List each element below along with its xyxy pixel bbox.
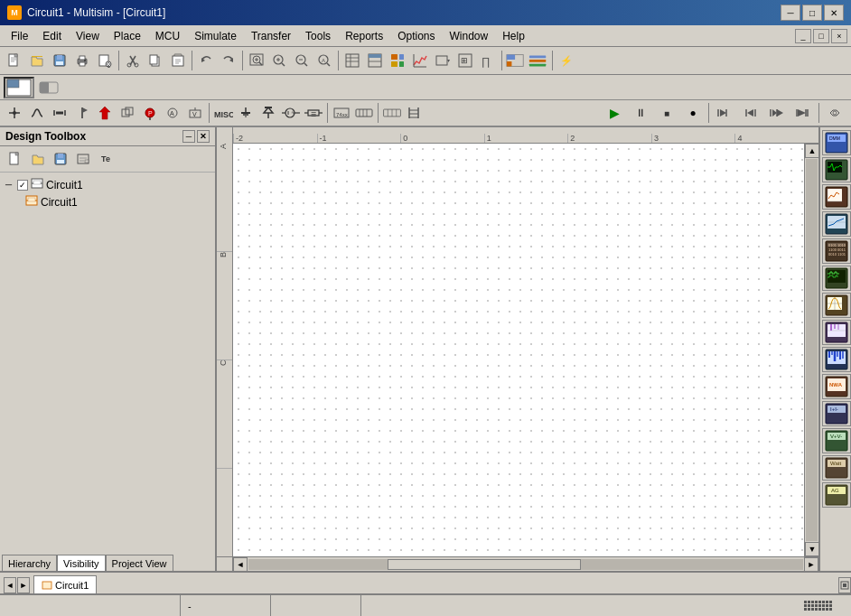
tree-checkbox[interactable]: ✓ — [17, 180, 28, 191]
toolbox-rename-btn[interactable] — [73, 149, 93, 169]
cut-button[interactable] — [122, 50, 144, 71]
sim-play-button[interactable]: ▶ — [602, 102, 627, 124]
zoom-fit-button[interactable]: A — [313, 50, 335, 71]
minimize-button[interactable]: ─ — [781, 5, 800, 21]
tree-child-item[interactable]: Circuit1 — [23, 193, 211, 210]
toggle-btn2[interactable] — [36, 77, 61, 98]
sim-end-button[interactable] — [790, 102, 816, 124]
sim-pause-button[interactable]: ⏸ — [628, 102, 653, 124]
tab-visibility[interactable]: Visibility — [57, 555, 106, 571]
place-ammeter[interactable]: A — [162, 102, 183, 124]
menu-view[interactable]: View — [69, 25, 107, 46]
v-scroll-up-btn[interactable]: ▲ — [805, 144, 818, 158]
report-button[interactable] — [409, 50, 431, 71]
place-junction[interactable] — [4, 102, 25, 124]
ann-btn[interactable]: ⚡ — [556, 50, 577, 71]
zoom-out-button[interactable] — [291, 50, 313, 71]
tab-project-view[interactable]: Project View — [106, 555, 173, 571]
place-power[interactable] — [94, 102, 116, 124]
copy-button[interactable] — [145, 50, 166, 71]
instrument-network-analyzer[interactable]: NWA — [822, 374, 851, 399]
h-scroll-right-btn[interactable]: ► — [804, 557, 818, 572]
place-bus[interactable] — [49, 102, 70, 124]
v-scrollbar[interactable]: ▲ ▼ — [804, 144, 818, 556]
place-connector[interactable] — [353, 102, 375, 124]
new-button[interactable] — [4, 50, 25, 71]
menu-reports[interactable]: Reports — [338, 25, 390, 46]
toolbox-open-btn[interactable] — [28, 149, 48, 169]
tab-hierarchy[interactable]: Hierarchy — [2, 555, 57, 571]
instrument-multimeter[interactable]: DMM — [822, 130, 851, 155]
desc-btn[interactable]: ∏ — [477, 50, 499, 71]
menu-mcu[interactable]: MCU — [148, 25, 187, 46]
place-misc[interactable]: MISC — [212, 102, 234, 124]
toolbox-close-btn[interactable]: ✕ — [197, 130, 210, 143]
mdi-restore[interactable]: □ — [813, 29, 829, 43]
place-switch[interactable]: ☰ — [303, 102, 324, 124]
tree-root-item[interactable]: ─ ✓ Circuit1 — [4, 176, 211, 193]
close-button[interactable]: ✕ — [824, 5, 844, 21]
menu-help[interactable]: Help — [495, 25, 532, 46]
zoom-area-button[interactable] — [246, 50, 267, 71]
component-view-toggle[interactable] — [4, 77, 34, 98]
menu-place[interactable]: Place — [107, 25, 148, 46]
paste-button[interactable] — [167, 50, 189, 71]
place-source[interactable]: ∿ — [280, 102, 302, 124]
sim-stop-button[interactable]: ■ — [654, 102, 679, 124]
place-ground[interactable] — [235, 102, 257, 124]
instrument-logic-analyzer[interactable] — [822, 266, 851, 291]
drawing-canvas[interactable] — [233, 144, 804, 556]
place-ttl[interactable]: 74xx — [331, 102, 352, 124]
instrument-word-generator[interactable]: 0101 1010 1100 0011 0010 1101 — [822, 238, 851, 264]
sim-back-step-button[interactable] — [738, 102, 763, 124]
table-button[interactable] — [364, 50, 386, 71]
spreadsheet-view-button[interactable] — [341, 50, 363, 71]
h-scroll-track[interactable]: ◄ ► — [233, 557, 818, 571]
instrument-bode-plotter[interactable] — [822, 211, 851, 237]
toolbox-save-btn[interactable] — [51, 149, 70, 169]
sim-settings-button[interactable] — [822, 102, 847, 124]
component-detail-btn[interactable]: ⊞ — [454, 50, 476, 71]
place-voltmeter[interactable]: V — [184, 102, 206, 124]
v-scroll-down-btn[interactable]: ▼ — [805, 542, 818, 556]
sim-step-button[interactable] — [712, 102, 737, 124]
place-custom[interactable] — [381, 102, 403, 124]
graph-button[interactable] — [387, 50, 408, 71]
menu-options[interactable]: Options — [390, 25, 442, 46]
toolbox-tabs-btn[interactable]: Te — [96, 149, 116, 169]
menu-window[interactable]: Window — [443, 25, 496, 46]
circuit-tab-1[interactable]: Circuit1 — [33, 575, 97, 593]
toolbox-minimize-btn[interactable]: ─ — [182, 130, 195, 143]
print-button[interactable] — [71, 50, 93, 71]
instrument-voltmeter[interactable]: V+V- — [822, 428, 851, 453]
dropdown-btn1[interactable] — [432, 50, 454, 71]
h-scrollbar[interactable]: ◄ ► — [217, 556, 818, 571]
place-probe[interactable]: P — [139, 102, 161, 124]
preview-button[interactable] — [94, 50, 116, 71]
menu-transfer[interactable]: Transfer — [244, 25, 298, 46]
mdi-minimize[interactable]: _ — [795, 29, 811, 43]
place-netflag[interactable] — [71, 102, 93, 124]
instrument-ag[interactable]: AG — [822, 482, 851, 508]
place-vcc[interactable] — [257, 102, 279, 124]
open-button[interactable] — [26, 50, 48, 71]
toolbox-new-btn[interactable] — [5, 149, 25, 169]
undo-button[interactable] — [195, 50, 217, 71]
mdi-close[interactable]: × — [831, 29, 847, 43]
h-scroll-thumb[interactable] — [388, 559, 582, 570]
redo-button[interactable] — [218, 50, 239, 71]
menu-tools[interactable]: Tools — [298, 25, 338, 46]
place-hierarchical[interactable] — [117, 102, 138, 124]
postprocess-btn1[interactable] — [505, 50, 527, 71]
maximize-button[interactable]: □ — [802, 5, 822, 21]
h-scroll-left-btn[interactable]: ◄ — [233, 557, 248, 572]
postprocess-btn2[interactable] — [528, 50, 549, 71]
tab-scroll-left[interactable]: ◄ — [4, 577, 16, 593]
h-scroll-thumb-area[interactable] — [248, 559, 803, 570]
instrument-spectrum[interactable] — [822, 347, 851, 372]
sim-record-button[interactable]: ● — [680, 102, 706, 124]
save-button[interactable] — [49, 50, 70, 71]
zoom-in-button[interactable] — [268, 50, 290, 71]
place-ladder[interactable] — [404, 102, 426, 124]
tab-scroll-right[interactable]: ► — [17, 577, 30, 593]
